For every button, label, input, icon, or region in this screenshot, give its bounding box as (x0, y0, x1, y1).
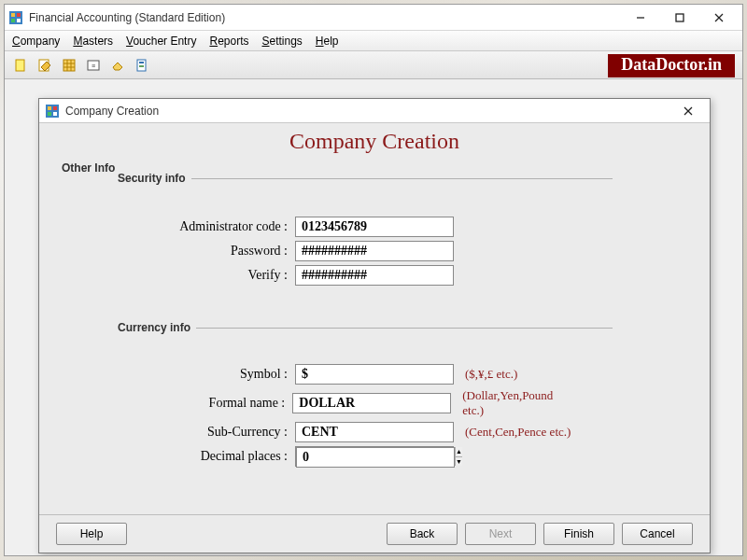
cancel-button[interactable]: Cancel (622, 523, 693, 545)
dialog-titlebar: Company Creation (39, 99, 710, 123)
sub-currency-label: Sub-Currency : (155, 425, 295, 440)
maximize-button[interactable] (660, 7, 699, 29)
toolbar-register-icon[interactable] (59, 55, 79, 76)
svg-rect-22 (48, 106, 51, 110)
row-formal-name: Formal name : (Dollar,Yen,Pound etc.) (155, 388, 575, 418)
toolbar-properties-icon[interactable] (132, 55, 152, 76)
svg-rect-4 (17, 19, 21, 22)
main-window: Financial Accounting (Standard Edition) … (4, 4, 743, 556)
next-button[interactable]: Next (465, 523, 536, 545)
symbol-label: Symbol : (155, 367, 295, 382)
brand-badge: DataDoctor.in (608, 54, 735, 77)
symbol-hint: ($,¥,£ etc.) (454, 367, 517, 382)
security-fieldset: Security info Administrator code : Passw… (118, 178, 613, 318)
formal-name-input[interactable] (292, 393, 451, 413)
menu-company[interactable]: Company (12, 35, 60, 48)
row-password: Password : (155, 241, 575, 261)
verify-input[interactable] (295, 265, 454, 286)
toolbar-new-icon[interactable] (10, 55, 31, 76)
dialog-heading: Company Creation (39, 123, 710, 158)
currency-fieldset: Currency info Symbol : ($,¥,£ etc.) Form… (118, 328, 613, 487)
close-button[interactable] (699, 7, 739, 29)
svg-rect-20 (139, 65, 144, 67)
decimal-places-stepper[interactable]: ▲ ▼ (295, 446, 454, 467)
minimize-button[interactable] (621, 7, 660, 29)
main-titlebar: Financial Accounting (Standard Edition) (5, 5, 742, 31)
menu-masters[interactable]: Masters (73, 35, 113, 48)
row-decimal-places: Decimal places : ▲ ▼ (155, 446, 575, 467)
sub-currency-input[interactable] (295, 422, 454, 442)
security-legend: Security info (112, 172, 191, 185)
back-button[interactable]: Back (387, 523, 458, 545)
menu-help[interactable]: Help (316, 35, 339, 48)
svg-rect-24 (48, 112, 51, 116)
main-title: Financial Accounting (Standard Edition) (29, 11, 225, 24)
svg-rect-1 (11, 13, 15, 17)
sub-currency-hint: (Cent,Cen,Pence etc.) (454, 425, 571, 440)
svg-rect-11 (63, 60, 75, 71)
toolbar-edit-icon[interactable] (35, 55, 55, 76)
row-admin-code: Administrator code : (155, 217, 575, 237)
row-symbol: Symbol : ($,¥,£ etc.) (155, 364, 575, 385)
dialog-close-button[interactable] (672, 101, 704, 121)
dialog-icon (45, 104, 60, 119)
decimal-places-input[interactable] (296, 447, 455, 468)
toolbar-erase-icon[interactable] (107, 55, 128, 76)
content-area: Company Creation Company Creation Other … (5, 79, 742, 555)
dialog-button-bar: Help Back Next Finish Cancel (39, 514, 710, 553)
app-icon (8, 10, 23, 25)
svg-text:≡: ≡ (92, 63, 95, 69)
stepper-up-icon[interactable]: ▲ (456, 447, 462, 457)
row-sub-currency: Sub-Currency : (Cent,Cen,Pence etc.) (155, 422, 575, 442)
svg-rect-3 (11, 19, 15, 22)
admin-code-label: Administrator code : (155, 219, 295, 234)
toolbar: ≡ DataDoctor.in (5, 51, 742, 79)
toolbar-ledger-icon[interactable]: ≡ (83, 55, 104, 76)
menubar: Company Masters Voucher Entry Reports Se… (5, 31, 742, 51)
password-input[interactable] (295, 241, 454, 261)
formal-name-label: Formal name : (155, 396, 292, 411)
verify-label: Verify : (155, 268, 295, 283)
decimal-places-label: Decimal places : (155, 449, 295, 464)
finish-button[interactable]: Finish (543, 523, 614, 545)
admin-code-input[interactable] (295, 217, 454, 237)
svg-rect-25 (53, 112, 57, 116)
dialog-title: Company Creation (65, 105, 159, 118)
menu-voucher-entry[interactable]: Voucher Entry (126, 35, 196, 48)
company-creation-dialog: Company Creation Company Creation Other … (38, 98, 711, 553)
svg-rect-6 (676, 14, 684, 21)
help-button[interactable]: Help (56, 523, 127, 545)
currency-legend: Currency info (112, 321, 196, 334)
stepper-down-icon[interactable]: ▼ (456, 457, 462, 467)
row-verify: Verify : (155, 265, 575, 286)
dialog-body: Other Info Security info Administrator c… (39, 158, 710, 514)
formal-name-hint: (Dollar,Yen,Pound etc.) (451, 388, 575, 418)
svg-rect-9 (16, 60, 24, 71)
menu-reports[interactable]: Reports (209, 35, 248, 48)
password-label: Password : (155, 244, 295, 259)
svg-rect-2 (17, 13, 21, 17)
menu-settings[interactable]: Settings (261, 35, 302, 48)
symbol-input[interactable] (295, 364, 454, 385)
svg-rect-23 (53, 106, 57, 110)
svg-rect-19 (139, 62, 144, 63)
